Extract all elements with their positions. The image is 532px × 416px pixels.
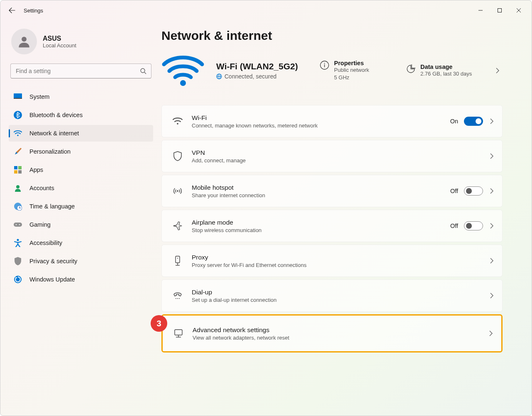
proxy-icon <box>173 256 183 266</box>
avatar <box>11 29 37 54</box>
properties-sub2: 5 GHz <box>334 74 369 81</box>
connection-block[interactable]: Wi-Fi (WLAN2_5G2) Connected, secured <box>216 61 308 80</box>
svg-point-26 <box>324 63 325 64</box>
sidebar-item-apps[interactable]: Apps <box>9 162 153 178</box>
window-controls <box>471 4 528 17</box>
page-title: Network & internet <box>161 29 503 43</box>
dialup-card[interactable]: Dial-up Set up a dial-up internet connec… <box>161 279 503 312</box>
sidebar-item-personalization[interactable]: Personalization <box>9 143 153 160</box>
sidebar-item-time-language[interactable]: Time & language <box>9 198 153 215</box>
sidebar-item-gaming[interactable]: Gaming <box>9 216 153 233</box>
gamepad-icon <box>14 220 22 229</box>
connection-name: Wi-Fi (WLAN2_5G2) <box>216 61 308 71</box>
wifi-toggle[interactable] <box>464 117 483 126</box>
advanced-network-card[interactable]: Advanced network settings View all netwo… <box>161 314 503 352</box>
settings-window: Settings ASUS Local Account <box>0 0 532 416</box>
paintbrush-icon <box>14 147 22 156</box>
svg-rect-16 <box>14 223 22 227</box>
network-adapter-icon <box>173 328 183 338</box>
svg-rect-10 <box>18 166 22 169</box>
svg-point-31 <box>177 258 178 259</box>
card-title: Mobile hotspot <box>192 184 441 191</box>
svg-rect-37 <box>175 330 182 335</box>
svg-point-36 <box>179 298 180 299</box>
maximize-icon <box>497 8 502 13</box>
sidebar-item-label: Personalization <box>29 148 71 155</box>
card-title: Dial-up <box>192 289 480 296</box>
minimize-icon <box>478 8 483 13</box>
airplane-toggle[interactable] <box>464 221 483 230</box>
vpn-card[interactable]: VPN Add, connect, manage <box>161 140 503 172</box>
settings-cards: Wi-Fi Connect, manage known networks, me… <box>161 105 503 352</box>
svg-point-35 <box>177 298 178 299</box>
bluetooth-icon <box>14 111 22 119</box>
proxy-card[interactable]: Proxy Proxy server for Wi-Fi and Etherne… <box>161 245 503 277</box>
hotspot-toggle[interactable] <box>464 186 483 196</box>
search-icon <box>140 68 146 74</box>
sidebar-item-network[interactable]: Network & internet <box>9 125 153 142</box>
sidebar-item-label: System <box>29 93 49 100</box>
accessibility-icon <box>14 239 22 247</box>
card-subtitle: Share your internet connection <box>192 192 441 198</box>
person-icon <box>17 34 31 49</box>
wifi-card[interactable]: Wi-Fi Connect, manage known networks, me… <box>161 105 503 137</box>
hotspot-icon <box>173 186 183 196</box>
properties-sub1: Public network <box>334 66 369 74</box>
titlebar: Settings <box>0 0 532 20</box>
app-title: Settings <box>24 7 43 14</box>
airplane-card[interactable]: Airplane mode Stop wireless communicatio… <box>161 210 503 242</box>
sidebar-item-accounts[interactable]: Accounts <box>9 180 153 196</box>
svg-rect-6 <box>14 98 22 99</box>
back-button[interactable] <box>4 2 20 19</box>
card-title: Airplane mode <box>192 219 441 226</box>
sidebar-item-windows-update[interactable]: Windows Update <box>9 271 153 288</box>
minimize-button[interactable] <box>471 4 490 17</box>
svg-rect-1 <box>498 9 502 12</box>
svg-rect-11 <box>14 170 17 174</box>
sidebar-item-system[interactable]: System <box>9 88 153 105</box>
sidebar-item-privacy[interactable]: Privacy & security <box>9 253 153 269</box>
globe-icon <box>216 73 222 79</box>
card-title: VPN <box>192 149 480 157</box>
hotspot-toggle-label: Off <box>450 188 458 194</box>
airplane-icon <box>173 221 183 231</box>
card-subtitle: Set up a dial-up internet connection <box>192 297 480 303</box>
card-subtitle: Proxy server for Wi-Fi and Ethernet conn… <box>192 262 480 268</box>
properties-link[interactable]: Properties Public network 5 GHz <box>320 60 395 81</box>
properties-title: Properties <box>334 60 369 66</box>
svg-point-17 <box>16 224 17 225</box>
arrow-left-icon <box>9 7 15 14</box>
status-expand[interactable] <box>493 68 503 73</box>
sidebar-item-label: Gaming <box>29 221 51 228</box>
svg-rect-27 <box>324 64 325 67</box>
search-input[interactable] <box>10 64 151 78</box>
hotspot-card[interactable]: Mobile hotspot Share your internet conne… <box>161 175 503 207</box>
info-icon <box>320 61 329 70</box>
card-title: Proxy <box>192 254 480 261</box>
globe-clock-icon <box>14 202 22 210</box>
close-button[interactable] <box>509 4 528 17</box>
data-usage-link[interactable]: Data usage 2.76 GB, last 30 days <box>406 64 481 78</box>
airplane-toggle-label: Off <box>450 223 458 229</box>
svg-point-13 <box>16 185 20 188</box>
shield-outline-icon <box>173 151 183 161</box>
system-icon <box>14 93 22 101</box>
sidebar: ASUS Local Account System Bluetooth & de… <box>0 20 158 416</box>
shield-icon <box>14 257 22 265</box>
update-icon <box>14 275 22 284</box>
sidebar-item-label: Accessibility <box>29 240 62 246</box>
sidebar-item-label: Time & language <box>29 203 75 210</box>
svg-rect-30 <box>176 256 180 263</box>
chevron-right-icon <box>489 223 495 229</box>
wifi-icon <box>173 116 183 126</box>
pie-icon <box>406 64 415 73</box>
profile-block[interactable]: ASUS Local Account <box>9 25 153 64</box>
maximize-button[interactable] <box>490 4 509 17</box>
chevron-right-icon <box>489 293 495 299</box>
search-wrap <box>10 64 151 78</box>
sidebar-item-accessibility[interactable]: Accessibility <box>9 235 153 251</box>
profile-subtitle: Local Account <box>43 42 76 49</box>
sidebar-item-label: Bluetooth & devices <box>29 112 83 118</box>
sidebar-item-bluetooth[interactable]: Bluetooth & devices <box>9 107 153 123</box>
chevron-right-icon <box>489 153 495 159</box>
